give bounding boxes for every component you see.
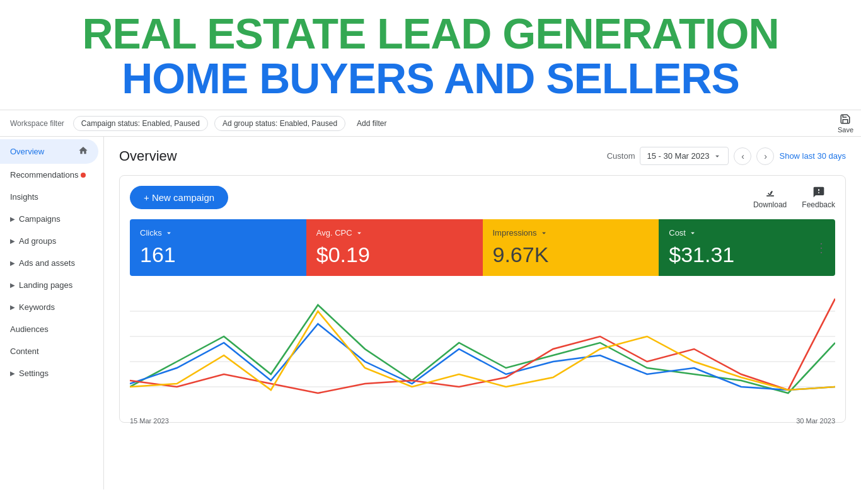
- sidebar-label-ad-groups: Ad groups: [19, 236, 56, 246]
- sidebar-item-overview[interactable]: Overview: [0, 139, 98, 164]
- arrow-icon: ▶: [10, 215, 15, 222]
- sidebar-item-landing-pages[interactable]: ▶ Landing pages: [0, 274, 98, 296]
- ad-group-status-filter[interactable]: Ad group status: Enabled, Paused: [214, 116, 345, 131]
- arrow-icon: ▶: [10, 238, 15, 244]
- save-label: Save: [838, 126, 853, 134]
- sidebar-label-content: Content: [10, 346, 39, 356]
- line-chart: [130, 286, 835, 412]
- hero-line2: HOME BUYERS AND SELLERS: [0, 56, 861, 101]
- feedback-button[interactable]: Feedback: [802, 186, 835, 209]
- sidebar-label-ads-assets: Ads and assets: [19, 258, 75, 268]
- metric-card-cost: Cost $31.31 ⋮: [659, 219, 835, 276]
- sidebar-item-ad-groups[interactable]: ▶ Ad groups: [0, 230, 98, 252]
- main-layout: Overview Recommendations Insights ▶ Camp…: [0, 137, 861, 490]
- panel-actions: + New campaign Download Feedback: [130, 186, 835, 209]
- chart-container: 15 Mar 2023 30 Mar 2023: [130, 286, 835, 412]
- show-last-30-button[interactable]: Show last 30 days: [779, 151, 846, 161]
- panel-right-actions: Download Feedback: [753, 186, 835, 209]
- download-button[interactable]: Download: [753, 186, 787, 209]
- arrow-icon: ▶: [10, 304, 15, 311]
- chart-start-date: 15 Mar 2023: [130, 417, 169, 425]
- sidebar-label-keywords: Keywords: [19, 302, 55, 312]
- campaign-status-filter[interactable]: Campaign status: Enabled, Paused: [73, 116, 208, 131]
- sidebar: Overview Recommendations Insights ▶ Camp…: [0, 137, 104, 490]
- filter-bar: Workspace filter Campaign status: Enable…: [0, 110, 861, 137]
- sidebar-item-ads-assets[interactable]: ▶ Ads and assets: [0, 252, 98, 274]
- clicks-value: 161: [140, 243, 296, 267]
- download-label: Download: [753, 200, 787, 209]
- workspace-filter-label: Workspace filter: [10, 119, 64, 128]
- sidebar-item-recommendations[interactable]: Recommendations: [0, 164, 98, 186]
- new-campaign-button[interactable]: + New campaign: [130, 186, 228, 209]
- sidebar-item-content[interactable]: Content: [0, 340, 98, 362]
- impressions-value: 9.67K: [493, 243, 649, 267]
- date-range-value: 15 - 30 Mar 2023: [647, 151, 709, 161]
- cost-value: $31.31: [669, 243, 825, 267]
- arrow-icon: ▶: [10, 260, 15, 266]
- sidebar-label-overview: Overview: [10, 147, 44, 156]
- custom-label: Custom: [607, 151, 635, 161]
- sidebar-label-settings: Settings: [19, 369, 49, 378]
- sidebar-item-insights[interactable]: Insights: [0, 186, 98, 208]
- metric-card-impressions: Impressions 9.67K: [483, 219, 659, 276]
- hero-line1: REAL ESTATE LEAD GENERATION: [0, 11, 861, 56]
- campaign-panel: + New campaign Download Feedback: [119, 175, 846, 423]
- impressions-label: Impressions: [493, 228, 649, 238]
- arrow-icon: ▶: [10, 282, 15, 289]
- more-options-button[interactable]: ⋮: [815, 241, 828, 254]
- sidebar-label-audiences: Audiences: [10, 324, 49, 334]
- avg-cpc-label: Avg. CPC: [316, 228, 473, 238]
- page-title: Overview: [119, 148, 177, 164]
- recommendations-dot: [81, 173, 86, 178]
- save-button[interactable]: Save: [838, 113, 853, 134]
- avg-cpc-value: $0.19: [316, 243, 473, 267]
- hero-banner: REAL ESTATE LEAD GENERATION HOME BUYERS …: [0, 0, 861, 110]
- home-icon: [78, 146, 88, 158]
- date-range-picker[interactable]: 15 - 30 Mar 2023: [640, 147, 729, 165]
- sidebar-item-settings[interactable]: ▶ Settings: [0, 362, 98, 384]
- chart-end-date: 30 Mar 2023: [796, 417, 835, 425]
- main-content: Overview Custom 15 - 30 Mar 2023 ‹ › Sho…: [104, 137, 861, 490]
- sidebar-item-audiences[interactable]: Audiences: [0, 318, 98, 340]
- feedback-label: Feedback: [802, 200, 835, 209]
- sidebar-label-landing-pages: Landing pages: [19, 280, 72, 290]
- prev-date-button[interactable]: ‹: [734, 147, 751, 165]
- chart-x-labels: 15 Mar 2023 30 Mar 2023: [130, 415, 835, 425]
- metric-card-clicks: Clicks 161: [130, 219, 306, 276]
- clicks-label: Clicks: [140, 228, 296, 238]
- sidebar-label-insights: Insights: [10, 192, 38, 202]
- sidebar-label-campaigns: Campaigns: [19, 214, 61, 224]
- add-filter-button[interactable]: Add filter: [352, 117, 391, 130]
- arrow-icon: ▶: [10, 370, 15, 377]
- next-date-button[interactable]: ›: [756, 147, 774, 165]
- cost-label: Cost: [669, 228, 825, 238]
- sidebar-item-campaigns[interactable]: ▶ Campaigns: [0, 208, 98, 230]
- sidebar-item-keywords[interactable]: ▶ Keywords: [0, 296, 98, 318]
- sidebar-label-recommendations: Recommendations: [10, 170, 78, 180]
- overview-header: Overview Custom 15 - 30 Mar 2023 ‹ › Sho…: [119, 147, 846, 165]
- date-controls: Custom 15 - 30 Mar 2023 ‹ › Show last 30…: [607, 147, 846, 165]
- metric-card-avg-cpc: Avg. CPC $0.19: [306, 219, 483, 276]
- metrics-row: Clicks 161 Avg. CPC $0.19 Impres: [130, 219, 835, 276]
